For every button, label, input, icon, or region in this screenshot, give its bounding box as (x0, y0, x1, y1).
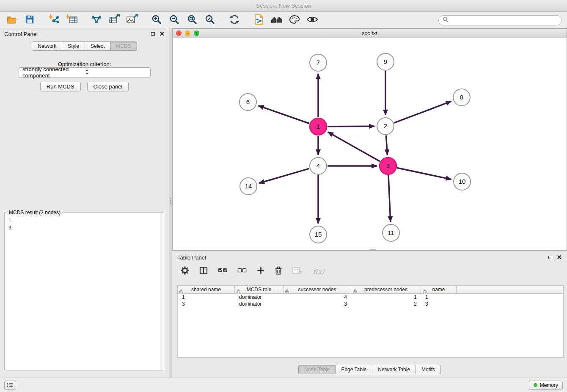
cell-mcds-role[interactable]: dominator (235, 294, 284, 301)
tab-node-table[interactable]: Node Table (298, 365, 336, 374)
graph-node-15[interactable]: 15 (310, 226, 327, 243)
table-settings-gear-icon[interactable] (181, 266, 189, 276)
style-button[interactable] (288, 14, 301, 27)
graph-node-14[interactable]: 14 (240, 178, 257, 195)
graph-edge-4-14[interactable] (259, 168, 309, 183)
tab-motifs[interactable]: Motifs (416, 365, 441, 374)
resize-grip-icon[interactable] (370, 248, 376, 250)
attribute-type-icon (179, 288, 183, 294)
table-row[interactable]: 3 dominator 3 2 3 (178, 301, 563, 307)
graph-edge-3-10[interactable] (397, 168, 451, 179)
select-all-icon[interactable] (218, 268, 227, 275)
graph-node-1[interactable]: 1 (310, 118, 327, 135)
cell-shared-name[interactable]: 1 (178, 294, 235, 301)
column-header-mcds-role[interactable]: MCDS role (235, 286, 284, 293)
graph-edge-3-1[interactable] (328, 132, 380, 161)
graph-node-9[interactable]: 9 (377, 53, 394, 70)
zoom-selected-button[interactable] (203, 14, 217, 27)
network-canvas[interactable]: 7968124314101511 (173, 38, 567, 250)
graph-node-4[interactable]: 4 (310, 157, 327, 174)
node-table: shared name MCDS role successor nodes pr… (177, 285, 564, 358)
export-table-button[interactable] (107, 14, 121, 27)
graph-node-8[interactable]: 8 (453, 89, 470, 106)
tab-network[interactable]: Network (32, 41, 62, 51)
deselect-all-icon[interactable] (237, 268, 247, 275)
panel-splitter[interactable] (169, 28, 172, 378)
zoom-in-button[interactable] (150, 14, 163, 27)
zoom-selected-icon (205, 14, 215, 26)
float-panel-icon[interactable] (151, 32, 155, 36)
refresh-layout-button[interactable] (228, 14, 241, 27)
task-history-button[interactable] (4, 381, 16, 390)
graph-edge-3-11[interactable] (388, 175, 391, 222)
maximize-window-icon[interactable]: + (194, 30, 199, 36)
table-header-row: shared name MCDS role successor nodes pr… (178, 286, 563, 294)
show-columns-icon[interactable] (199, 266, 208, 276)
attribute-type-icon (423, 288, 427, 294)
attribute-type-icon (285, 288, 289, 294)
tab-edge-table[interactable]: Edge Table (335, 365, 372, 374)
cell-shared-name[interactable]: 3 (178, 301, 235, 307)
network-nodes-icon (91, 14, 102, 27)
tab-mcds[interactable]: MCDS (110, 41, 137, 51)
cell-mcds-role[interactable]: dominator (235, 301, 284, 307)
add-column-plus-icon[interactable] (257, 267, 264, 276)
criterion-dropdown[interactable]: strongly connected component (19, 67, 151, 77)
export-image-button[interactable] (125, 14, 139, 27)
close-table-panel-icon[interactable]: ✕ (556, 254, 562, 260)
graph-node-6[interactable]: 6 (239, 94, 256, 110)
column-header-name[interactable]: name (421, 286, 457, 293)
close-window-icon[interactable]: × (176, 30, 182, 36)
clone-network-button[interactable] (90, 14, 103, 27)
import-network-button[interactable] (47, 14, 61, 27)
graph-node-7[interactable]: 7 (310, 54, 327, 71)
graph-node-10[interactable]: 10 (454, 173, 471, 190)
graph-edge-2-8[interactable] (394, 101, 451, 123)
graph-edge-2-3[interactable] (386, 135, 387, 155)
save-session-button[interactable] (23, 14, 36, 27)
graph-node-3[interactable]: 3 (380, 157, 396, 174)
graph-edge-1-6[interactable] (259, 106, 310, 124)
control-panel-title: Control Panel (4, 31, 38, 37)
search-field[interactable] (438, 15, 562, 25)
tab-select[interactable]: Select (85, 41, 110, 51)
column-header-shared-name[interactable]: shared name (178, 286, 235, 293)
column-header-successor-nodes[interactable]: successor nodes (284, 286, 351, 293)
zoom-fit-button[interactable] (185, 14, 199, 27)
mcds-result-list[interactable]: 1 3 (5, 213, 164, 232)
graph-node-label: 3 (386, 162, 390, 169)
search-input[interactable] (451, 17, 558, 23)
table-row[interactable]: 1 dominator 4 1 1 (178, 294, 563, 301)
column-header-predecessor-nodes[interactable]: predecessor nodes (351, 286, 421, 293)
result-scrollbar[interactable] (160, 213, 164, 370)
import-table-button[interactable] (65, 14, 79, 27)
graph-node-2[interactable]: 2 (377, 118, 394, 135)
delete-column-trash-icon[interactable] (275, 266, 282, 276)
cell-name[interactable]: 1 (421, 294, 457, 301)
close-panel-icon[interactable]: ✕ (159, 31, 165, 37)
memory-status-icon (534, 383, 537, 387)
cell-name[interactable]: 3 (421, 301, 457, 307)
graph-node-11[interactable]: 11 (383, 224, 399, 241)
graph-node-label: 1 (317, 123, 320, 130)
cell-successor-nodes[interactable]: 4 (284, 294, 351, 301)
graph-node-label: 4 (317, 162, 320, 169)
new-network-button[interactable] (252, 14, 266, 27)
close-panel-button[interactable]: Close panel (87, 82, 129, 91)
tab-network-table[interactable]: Network Table (372, 365, 416, 374)
zoom-fit-icon (187, 14, 197, 26)
show-hide-button[interactable] (306, 14, 319, 27)
zoom-out-button[interactable] (168, 14, 181, 27)
open-session-button[interactable] (5, 14, 19, 27)
float-table-panel-icon[interactable] (548, 256, 552, 259)
graph-edge-1-2[interactable] (328, 126, 374, 127)
run-mcds-button[interactable]: Run MCDS (40, 82, 81, 91)
cell-predecessor-nodes[interactable]: 2 (351, 301, 421, 307)
minimize-window-icon[interactable]: − (185, 30, 190, 36)
nested-network-button[interactable] (270, 14, 284, 27)
mcds-result-line: 3 (8, 224, 164, 232)
cell-successor-nodes[interactable]: 3 (284, 301, 351, 307)
memory-button[interactable]: Memory (529, 381, 563, 390)
cell-predecessor-nodes[interactable]: 1 (351, 294, 421, 301)
tab-style[interactable]: Style (62, 41, 85, 51)
